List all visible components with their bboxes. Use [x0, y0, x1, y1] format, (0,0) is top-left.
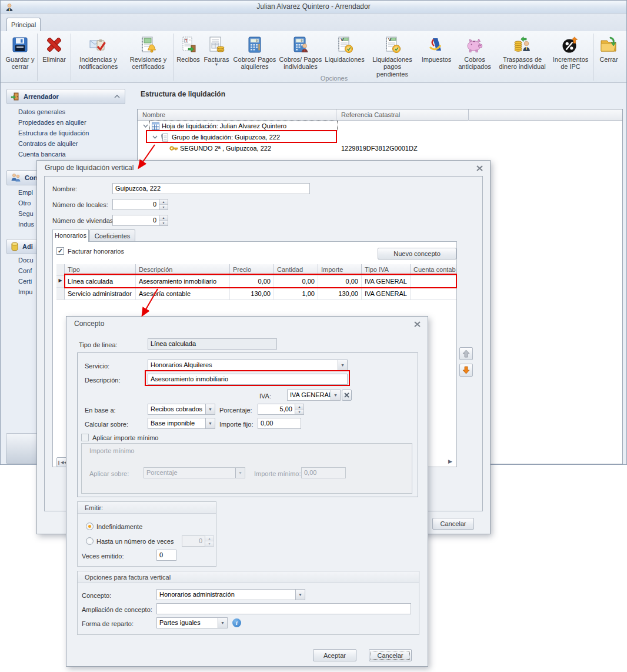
spin-down-icon[interactable]: ▼ — [159, 205, 168, 209]
tree-node-grupo[interactable]: Grupo de liquidación: Guipuzcoa, 222 — [172, 134, 280, 141]
ampliacion-field[interactable] — [156, 603, 411, 614]
scroll-right-icon[interactable]: ▶ — [448, 458, 452, 464]
info-icon[interactable]: i — [232, 618, 241, 627]
tree-node-hoja[interactable]: Hoja de liquidación: Julian Alvarez Quin… — [162, 122, 286, 129]
ipc-button[interactable]: Incrementos de IPC — [549, 34, 592, 74]
column-header-tipo[interactable]: Tipo — [65, 264, 136, 275]
table-row[interactable]: Hoja de liquidación: Julian Alvarez Quin… — [138, 121, 622, 132]
sidebar-item-otro[interactable]: Otro — [18, 199, 31, 207]
cell-tipo[interactable]: Línea calculada — [65, 275, 136, 287]
cobros-anticipados-button[interactable]: Cobros anticipados — [454, 34, 495, 74]
indefinidamente-radio[interactable] — [86, 523, 94, 530]
spin-up-icon[interactable]: ▲ — [159, 215, 168, 221]
sidebar-item-estructura[interactable]: Estructura de liquidación — [18, 129, 89, 137]
numero-viviendas-spinner[interactable]: ▲▼ — [159, 215, 168, 226]
cobros-individuales-button[interactable]: 0 Cobros/ Pagos individuales — [278, 34, 323, 74]
chevron-down-icon[interactable] — [152, 135, 158, 139]
sidebar-item-docu[interactable]: Docu — [18, 257, 34, 264]
importe-fijo-field[interactable]: 0,00 — [258, 418, 301, 429]
move-down-button[interactable] — [459, 364, 473, 377]
nuevo-concepto-button[interactable]: Nuevo concepto — [378, 248, 456, 260]
servicio-dropdown[interactable]: Honorarios Alquileres ▼ — [148, 360, 348, 371]
sidebar-item-cuenta-bancaria[interactable]: Cuenta bancaria — [18, 151, 66, 158]
cerrar-button[interactable]: Cerrar — [595, 34, 623, 74]
cancelar-button-grupo[interactable]: Cancelar — [432, 518, 474, 530]
table-row[interactable]: SEGUNDO 2ª , Guipuzcoa, 222 1229819DF381… — [138, 143, 622, 154]
sidebar-item-segu[interactable]: Segu — [18, 210, 34, 217]
column-header-referencia[interactable]: Referencia Catastral — [336, 109, 469, 121]
nombre-field[interactable]: Guipuzcoa, 222 — [112, 183, 310, 194]
sidebar-item-indus[interactable]: Indus — [18, 221, 34, 228]
recibos-button[interactable]: Recibos — [175, 34, 201, 74]
tab-principal[interactable]: Principal — [6, 18, 41, 31]
cell-importe[interactable]: 130,00 — [318, 288, 362, 300]
cell-precio[interactable]: 130,00 — [230, 288, 274, 300]
close-icon[interactable] — [475, 164, 484, 172]
chevron-down-icon[interactable]: ▼ — [205, 404, 215, 414]
clear-iva-button[interactable] — [342, 390, 352, 401]
spin-up-icon[interactable]: ▲ — [159, 199, 168, 205]
spin-down-icon[interactable]: ▼ — [295, 410, 304, 414]
chevron-down-icon[interactable]: ▼ — [331, 390, 340, 400]
facturas-button[interactable]: Facturas ▼ — [201, 34, 232, 74]
facturar-honorarios-checkbox[interactable]: ✓ — [56, 247, 64, 255]
tab-coeficientes[interactable]: Coeficientes — [89, 229, 135, 242]
table-row[interactable]: Servicio administrador Asesoría contable… — [56, 288, 456, 300]
column-header-cantidad[interactable]: Cantidad — [274, 264, 318, 275]
concepto-dropdown[interactable]: Honorarios administración ▼ — [156, 589, 305, 600]
liquidaciones-button[interactable]: V Liquidaciones — [323, 34, 366, 74]
cell-cantidad[interactable]: 0,00 — [274, 275, 318, 287]
close-icon[interactable] — [412, 320, 422, 328]
numero-locales-field[interactable]: 0 — [112, 199, 159, 210]
cell-importe[interactable]: 0,00 — [318, 275, 362, 287]
table-row[interactable]: ▶ Línea calculada Asesoramiento inmobili… — [56, 275, 456, 288]
cell-cuenta[interactable] — [411, 275, 456, 287]
sidebar-item-certi[interactable]: Certi — [18, 278, 32, 285]
cell-tipo-iva[interactable]: IVA GENERAL — [362, 288, 411, 300]
cell-tipo-iva[interactable]: IVA GENERAL — [362, 275, 411, 287]
spin-up-icon[interactable]: ▲ — [295, 404, 304, 410]
traspasos-button[interactable]: Traspasos de dinero individual — [495, 34, 549, 74]
save-close-button[interactable]: Guardar y cerrar — [4, 34, 36, 74]
incidencias-button[interactable]: Incidencias y notificaciones — [72, 34, 124, 74]
revisiones-button[interactable]: Revisiones y certificados — [124, 34, 172, 74]
calcular-sobre-dropdown[interactable]: Base imponible ▼ — [148, 418, 215, 429]
table-row[interactable]: Grupo de liquidación: Guipuzcoa, 222 — [138, 132, 622, 143]
cell-precio[interactable]: 0,00 — [230, 275, 274, 287]
cancelar-button-concepto[interactable]: Cancelar — [369, 649, 412, 661]
column-header-tipo-iva[interactable]: Tipo IVA — [362, 264, 411, 275]
column-header-importe[interactable]: Importe — [318, 264, 362, 275]
chevron-down-icon[interactable]: ▼ — [295, 590, 305, 600]
cobros-alquileres-button[interactable]: 0 Cobros/ Pagos alquileres — [232, 34, 278, 74]
chevron-down-icon[interactable] — [143, 124, 148, 128]
cell-descripcion[interactable]: Asesoramiento inmobiliario — [136, 275, 230, 287]
numero-locales-spinner[interactable]: ▲▼ — [159, 199, 168, 210]
column-header-cuenta[interactable]: Cuenta contab — [411, 264, 456, 275]
sidebar-item-contratos[interactable]: Contratos de alquiler — [18, 140, 78, 147]
porcentaje-field[interactable]: 5,00 — [258, 404, 295, 415]
liquidaciones-pendientes-button[interactable]: V Liquidaciones pagos pendientes — [366, 34, 419, 74]
porcentaje-spinner[interactable]: ▲▼ — [295, 404, 304, 415]
cell-tipo[interactable]: Servicio administrador — [65, 288, 136, 300]
spin-down-icon[interactable]: ▼ — [159, 221, 168, 225]
move-up-button[interactable] — [459, 347, 473, 360]
app-person-icon[interactable] — [5, 3, 14, 15]
numero-viviendas-field[interactable]: 0 — [112, 215, 159, 226]
cell-cuenta[interactable] — [411, 288, 456, 300]
veces-emitido-field[interactable]: 0 — [156, 550, 176, 561]
column-header-nombre[interactable]: Nombre — [138, 109, 336, 121]
cell-cantidad[interactable]: 1,00 — [274, 288, 318, 300]
en-base-dropdown[interactable]: Recibos cobrados ▼ — [148, 404, 215, 415]
chevron-down-icon[interactable]: ▼ — [205, 418, 215, 428]
sidebar-item-empl[interactable]: Empl — [18, 189, 33, 196]
hasta-veces-radio[interactable] — [86, 537, 94, 545]
sidebar-item-datos-generales[interactable]: Datos generales — [18, 108, 65, 115]
cell-descripcion[interactable]: Asesoría contable — [136, 288, 230, 300]
sidebar-section-arrendador[interactable]: Arrendador — [6, 89, 125, 104]
column-header-descripcion[interactable]: Descripción — [136, 264, 230, 275]
column-header-empty[interactable] — [469, 109, 622, 121]
column-header-precio[interactable]: Precio — [230, 264, 274, 275]
chevron-down-icon[interactable]: ▼ — [338, 360, 347, 370]
impuestos-button[interactable]: Impuestos — [419, 34, 454, 74]
sidebar-item-conf[interactable]: Conf — [18, 267, 32, 274]
